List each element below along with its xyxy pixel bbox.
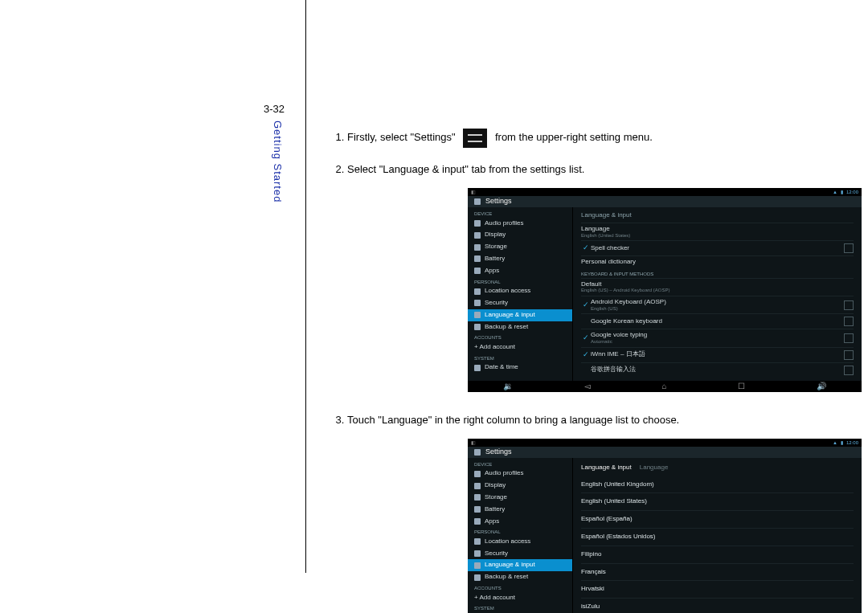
sidebar-item-display[interactable]: Display <box>468 480 572 492</box>
sidebar-item-language-input[interactable]: Language & input <box>468 559 572 571</box>
sidebar-item-apps[interactable]: Apps <box>468 516 572 528</box>
row-japanese-ime[interactable]: ✓iWnn IME – 日本語 <box>581 347 854 362</box>
step-2: Select "Language & input" tab from the s… <box>347 161 844 392</box>
notif-icon: ◧ <box>471 190 476 195</box>
settings-sliders-icon[interactable] <box>844 317 854 326</box>
battery-icon: ▮ <box>841 190 843 195</box>
language-icon <box>474 312 481 318</box>
sidebar-item-add-account[interactable]: + Add account <box>468 592 572 604</box>
sidebar-item-backup[interactable]: Backup & reset <box>468 321 572 333</box>
settings-sliders-icon <box>463 129 487 148</box>
audio-icon <box>474 471 481 477</box>
margin-rule <box>305 0 306 573</box>
sidebar-item-audio[interactable]: Audio profiles <box>468 468 572 480</box>
sidebar-cat-device: DEVICE <box>468 209 572 218</box>
wifi-icon: ▲ <box>833 440 837 446</box>
step-1-post: from the upper-right setting menu. <box>495 131 653 143</box>
section-title-vertical: Getting Started <box>272 121 284 202</box>
row-google-voice-typing[interactable]: ✓Google voice typingAutomatic <box>581 329 854 346</box>
language-option[interactable]: English (United Kingdom) <box>581 476 854 494</box>
sidebar-item-storage[interactable]: Storage <box>468 241 572 253</box>
step-1: Firstly, select "Settings" from the uppe… <box>347 129 844 148</box>
nav-bar: 🔉 ◅ ⌂ ☐ 🔊 <box>468 381 862 392</box>
sidebar-item-storage[interactable]: Storage <box>468 492 572 504</box>
home-icon[interactable]: ⌂ <box>661 382 666 390</box>
sidebar-item-battery[interactable]: Battery <box>468 504 572 516</box>
storage-icon <box>474 244 481 251</box>
settings-sliders-icon[interactable] <box>844 300 854 310</box>
lock-icon <box>474 300 481 306</box>
sidebar-item-display[interactable]: Display <box>468 229 572 241</box>
sidebar-cat-accounts: ACCOUNTS <box>468 583 572 592</box>
settings-sliders-icon[interactable] <box>844 243 854 253</box>
language-option[interactable]: isiZulu <box>581 599 854 613</box>
check-icon: ✓ <box>581 301 591 309</box>
settings-sidebar: DEVICE Audio profiles Display Storage Ba… <box>468 207 573 381</box>
battery-icon <box>474 255 481 262</box>
window-title-bar: Settings <box>468 196 862 207</box>
content-area: Firstly, select "Settings" from the uppe… <box>330 129 844 613</box>
row-spell-checker[interactable]: ✓Spell checker <box>581 240 854 255</box>
check-icon: ✓ <box>581 351 591 359</box>
settings-sidebar: DEVICE Audio profiles Display Storage Ba… <box>468 458 573 613</box>
language-icon <box>474 562 481 569</box>
language-option[interactable]: English (United States) <box>581 493 854 511</box>
settings-sliders-icon[interactable] <box>844 333 854 343</box>
language-option[interactable]: Filipino <box>581 546 854 564</box>
sidebar-cat-personal: PERSONAL <box>468 527 572 536</box>
location-icon <box>474 538 481 545</box>
section-keyboards: KEYBOARD & INPUT METHODS <box>581 268 854 278</box>
row-pinyin[interactable]: 谷歌拼音输入法 <box>581 362 854 378</box>
settings-sliders-icon[interactable] <box>844 366 854 375</box>
status-bar: ◧ ▲ ▮ 12:00 <box>468 188 862 196</box>
row-android-keyboard[interactable]: ✓Android Keyboard (AOSP)English (US) <box>581 296 854 313</box>
volume-down-icon[interactable]: 🔉 <box>503 382 513 390</box>
screenshot-settings-language-input: ◧ ▲ ▮ 12:00 Settings DEVICE Audio profil… <box>468 188 862 392</box>
settings-sliders-icon[interactable] <box>844 350 854 360</box>
display-icon <box>474 232 481 239</box>
row-google-korean[interactable]: Google Korean keyboard <box>581 313 854 329</box>
window-title-bar: Settings <box>468 447 862 458</box>
sidebar-item-audio[interactable]: Audio profiles <box>468 218 572 230</box>
sidebar-item-security[interactable]: Security <box>468 548 572 560</box>
step-2-text: Select "Language & input" tab from the s… <box>347 163 584 175</box>
row-language[interactable]: LanguageEnglish (United States) <box>581 223 854 240</box>
apps-icon <box>474 268 481 274</box>
back-icon[interactable]: ◅ <box>584 382 591 390</box>
panel-header: Language & input <box>581 210 854 223</box>
sidebar-item-battery[interactable]: Battery <box>468 253 572 265</box>
sidebar-item-language-input[interactable]: Language & input <box>468 309 572 321</box>
sidebar-item-add-account[interactable]: + Add account <box>468 341 572 353</box>
sidebar-item-backup[interactable]: Backup & reset <box>468 571 572 583</box>
step-list: Firstly, select "Settings" from the uppe… <box>330 129 844 613</box>
step-3: Touch "Language" in the right column to … <box>347 411 844 613</box>
sidebar-item-security[interactable]: Security <box>468 297 572 309</box>
sidebar-item-location[interactable]: Location access <box>468 285 572 297</box>
sidebar-item-apps[interactable]: Apps <box>468 265 572 277</box>
sidebar-cat-system: SYSTEM <box>468 603 572 612</box>
clock-icon <box>474 365 481 371</box>
step-3-text: Touch "Language" in the right column to … <box>347 414 679 426</box>
sidebar-item-datetime[interactable]: Date & time <box>468 362 572 374</box>
battery-icon <box>474 506 481 513</box>
recents-icon[interactable]: ☐ <box>738 382 745 390</box>
check-icon: ✓ <box>581 334 591 342</box>
storage-icon <box>474 494 481 501</box>
row-default-keyboard[interactable]: DefaultEnglish (US) – Android Keyboard (… <box>581 278 854 296</box>
language-option[interactable]: Español (Estados Unidos) <box>581 529 854 546</box>
sidebar-item-location[interactable]: Location access <box>468 536 572 548</box>
language-option[interactable]: Español (España) <box>581 511 854 529</box>
volume-up-icon[interactable]: 🔊 <box>817 382 826 390</box>
sidebar-cat-accounts: ACCOUNTS <box>468 333 572 341</box>
language-option[interactable]: Hrvatski <box>581 581 854 599</box>
sidebar-cat-personal: PERSONAL <box>468 277 572 286</box>
lock-icon <box>474 550 481 557</box>
status-bar: ◧ ▲ ▮ 12:00 <box>468 439 862 447</box>
backup-icon <box>474 574 481 581</box>
language-option[interactable]: Français <box>581 564 854 582</box>
window-title: Settings <box>485 198 512 206</box>
clock-text: 12:00 <box>846 440 858 446</box>
page-number: 3-32 <box>264 103 285 115</box>
row-personal-dictionary[interactable]: Personal dictionary <box>581 255 854 268</box>
step-1-pre: Firstly, select "Settings" <box>347 131 456 143</box>
